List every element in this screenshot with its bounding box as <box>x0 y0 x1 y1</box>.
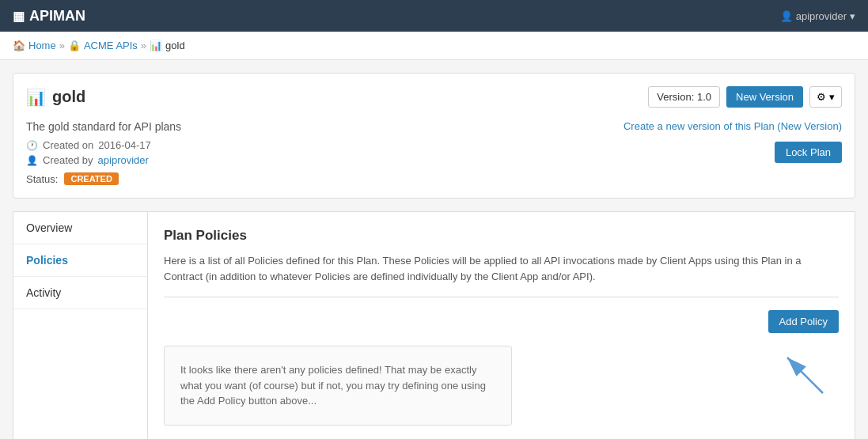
status-badge: CREATED <box>64 172 118 185</box>
brand-name: APIMAN <box>29 8 85 25</box>
created-by-user-link[interactable]: apiprovider <box>98 154 149 166</box>
divider <box>164 297 839 297</box>
navbar: ▦ APIMAN 👤 apiprovider ▾ <box>0 0 868 32</box>
breadcrumb-apis-link[interactable]: ACME APIs <box>84 40 138 51</box>
breadcrumb-apis-icon: 🔒 <box>68 40 81 51</box>
status-row: Status: CREATED <box>26 172 624 185</box>
card-right-actions: Create a new version of this Plan (New V… <box>624 120 842 163</box>
sidebar-policies-label: Policies <box>26 254 68 267</box>
sidebar-item-overview[interactable]: Overview <box>13 212 147 244</box>
gear-icon: ⚙ <box>817 91 826 103</box>
created-by-label: Created by <box>43 154 93 166</box>
gear-button[interactable]: ⚙ ▾ <box>809 86 842 108</box>
breadcrumb-sep-2: » <box>141 40 146 51</box>
breadcrumb-home-link[interactable]: Home <box>28 40 56 51</box>
sidebar: Overview Policies Activity <box>13 211 147 439</box>
plan-info: The gold standard for API plans 🕐 Create… <box>26 120 624 185</box>
created-on-meta: 🕐 Created on 2016-04-17 <box>26 139 624 151</box>
user-menu[interactable]: 👤 apiprovider ▾ <box>780 10 855 22</box>
svg-line-1 <box>787 358 823 393</box>
created-by-meta: 👤 Created by apiprovider <box>26 154 624 166</box>
status-label: Status: <box>26 173 58 185</box>
person-icon: 👤 <box>26 155 38 166</box>
sidebar-activity-label: Activity <box>26 286 61 299</box>
home-icon: 🏠 <box>13 40 25 51</box>
version-select[interactable]: Version: 1.0 <box>648 86 720 108</box>
clock-icon: 🕐 <box>26 140 38 151</box>
panel-actions: Add Policy <box>164 310 839 333</box>
username: apiprovider <box>796 10 847 22</box>
card-actions: Version: 1.0 New Version ⚙ ▾ <box>648 86 842 108</box>
panel-description: Here is a list of all Policies defined f… <box>164 253 839 284</box>
empty-state-message: It looks like there aren't any policies … <box>164 346 512 426</box>
created-on-date: 2016-04-17 <box>98 139 151 151</box>
chevron-down-icon: ▾ <box>850 10 855 22</box>
card-body: The gold standard for API plans 🕐 Create… <box>26 120 842 185</box>
card-header: 📊 gold Version: 1.0 New Version ⚙ ▾ <box>26 86 842 108</box>
gear-chevron-icon: ▾ <box>829 91 835 103</box>
plan-title-area: 📊 gold <box>26 88 85 107</box>
panel-title: Plan Policies <box>164 228 839 244</box>
policies-content: It looks like there aren't any policies … <box>164 346 839 426</box>
created-on-label: Created on <box>43 139 93 151</box>
plan-card: 📊 gold Version: 1.0 New Version ⚙ ▾ The … <box>13 73 855 199</box>
lock-plan-button[interactable]: Lock Plan <box>775 142 842 163</box>
breadcrumb-sep-1: » <box>59 40 65 51</box>
brand-logo: ▦ APIMAN <box>13 8 85 25</box>
breadcrumb-current-icon: 📊 <box>150 40 162 51</box>
content-area: Overview Policies Activity Plan Policies… <box>13 211 855 439</box>
plan-description: The gold standard for API plans <box>26 120 624 133</box>
empty-state-text: It looks like there aren't any policies … <box>180 364 486 407</box>
breadcrumb: 🏠 Home » 🔒 ACME APIs » 📊 gold <box>0 32 868 60</box>
sidebar-item-policies[interactable]: Policies <box>13 244 147 277</box>
brand-icon: ▦ <box>13 9 25 24</box>
plan-title-icon: 📊 <box>26 88 46 107</box>
arrow-indicator <box>525 346 839 409</box>
user-icon: 👤 <box>780 10 793 22</box>
add-policy-button[interactable]: Add Policy <box>768 310 839 333</box>
main-panel: Plan Policies Here is a list of all Poli… <box>147 211 855 439</box>
breadcrumb-current: gold <box>165 40 185 51</box>
arrow-icon <box>775 346 839 409</box>
sidebar-overview-label: Overview <box>26 221 72 234</box>
sidebar-item-activity[interactable]: Activity <box>13 277 147 309</box>
plan-title: gold <box>52 88 85 106</box>
create-new-version-link[interactable]: Create a new version of this Plan (New V… <box>624 120 842 132</box>
new-version-button[interactable]: New Version <box>726 86 803 108</box>
